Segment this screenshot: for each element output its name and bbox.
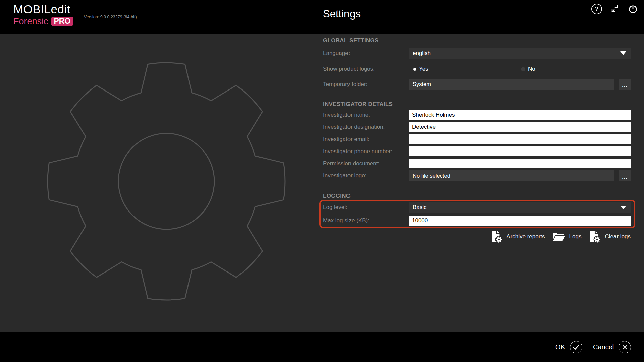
log-level-value: Basic: [413, 204, 427, 211]
investigator-logo-value: No file selected: [413, 173, 450, 179]
language-dropdown[interactable]: english: [409, 48, 631, 59]
chevron-down-icon: [620, 206, 626, 209]
top-bar: MOBILedit Forensic PRO Version: 9.0.0.23…: [0, 0, 644, 34]
investigator-name-input[interactable]: [409, 110, 631, 120]
global-settings-heading: GLOBAL SETTINGS: [323, 37, 379, 44]
language-value: english: [413, 50, 431, 57]
logo-line1: MOBILedit: [13, 3, 73, 15]
logging-heading: LOGGING: [323, 193, 351, 199]
help-icon: ?: [591, 4, 602, 14]
investigator-logo-browse-button[interactable]: ...: [619, 170, 631, 181]
bottom-bar: OK Cancel: [0, 332, 644, 362]
help-button[interactable]: ?: [591, 3, 602, 15]
log-level-dropdown[interactable]: Basic: [409, 202, 631, 213]
investigator-phone-input[interactable]: [409, 146, 631, 156]
ellipsis-browse-icon: ...: [622, 174, 627, 180]
temporary-folder-browse-button[interactable]: ...: [619, 79, 631, 90]
log-actions-row: Archive reports Logs: [490, 230, 631, 243]
ellipsis-browse-icon: ...: [622, 82, 627, 88]
power-icon: [628, 4, 638, 14]
radio-yes-icon[interactable]: [413, 68, 416, 71]
check-icon: [570, 341, 582, 353]
log-level-label: Log level:: [323, 202, 347, 213]
radio-yes-label[interactable]: Yes: [419, 66, 428, 72]
logs-button[interactable]: Logs: [552, 231, 582, 242]
temporary-folder-value: System: [413, 81, 431, 87]
report-gear-icon: [490, 230, 502, 243]
power-button[interactable]: [627, 3, 639, 15]
temporary-folder-label: Temporary folder:: [323, 79, 367, 90]
archive-reports-label: Archive reports: [506, 233, 545, 240]
archive-reports-button[interactable]: Archive reports: [490, 230, 545, 243]
chevron-down-icon: [620, 51, 626, 55]
permission-document-label: Permission document:: [323, 159, 379, 168]
close-icon: [619, 341, 631, 353]
language-label: Language:: [323, 48, 350, 59]
dock-window-button[interactable]: [609, 3, 621, 15]
page-title: Settings: [323, 8, 361, 20]
ok-button[interactable]: OK: [555, 332, 582, 362]
clear-logs-label: Clear logs: [605, 233, 631, 240]
investigator-details-heading: INVESTIGATOR DETAILS: [323, 101, 393, 108]
clear-logs-button[interactable]: Clear logs: [588, 230, 631, 243]
logs-label: Logs: [569, 233, 582, 240]
radio-no-icon[interactable]: [521, 67, 525, 71]
logo-line2: Forensic: [13, 17, 48, 26]
show-logos-label: Show product logos:: [323, 64, 375, 74]
max-log-size-label: Max log size (KB):: [323, 216, 369, 226]
folder-icon: [552, 231, 565, 242]
app-logo: MOBILedit Forensic PRO: [13, 3, 73, 26]
investigator-email-input[interactable]: [409, 134, 631, 144]
investigator-name-label: Investigator name:: [323, 110, 370, 120]
investigator-logo-field[interactable]: No file selected: [409, 170, 614, 181]
cancel-label: Cancel: [593, 343, 614, 351]
investigator-designation-label: Investigator designation:: [323, 122, 385, 132]
gear-watermark: [0, 34, 322, 332]
temporary-folder-field[interactable]: System: [409, 79, 614, 90]
investigator-designation-input[interactable]: [409, 122, 631, 132]
mobiledit-settings-window: { "header": { "logo_line1": "MOBILedit",…: [0, 0, 644, 362]
cancel-button[interactable]: Cancel: [593, 332, 631, 362]
investigator-phone-label: Investigator phone number:: [323, 146, 392, 156]
ok-label: OK: [555, 343, 565, 351]
investigator-email-label: Investigator email:: [323, 134, 369, 144]
report-gear-icon: [588, 230, 601, 243]
window-controls: ?: [591, 1, 639, 17]
pro-badge: PRO: [51, 17, 74, 26]
version-text: Version: 9.0.0.23279 (64-bit): [84, 15, 137, 19]
radio-no-label[interactable]: No: [528, 66, 535, 72]
permission-document-input[interactable]: [409, 159, 631, 168]
investigator-logo-label: Investigator logo:: [323, 170, 366, 181]
max-log-size-input[interactable]: [409, 216, 631, 226]
dock-window-icon: [610, 5, 619, 13]
